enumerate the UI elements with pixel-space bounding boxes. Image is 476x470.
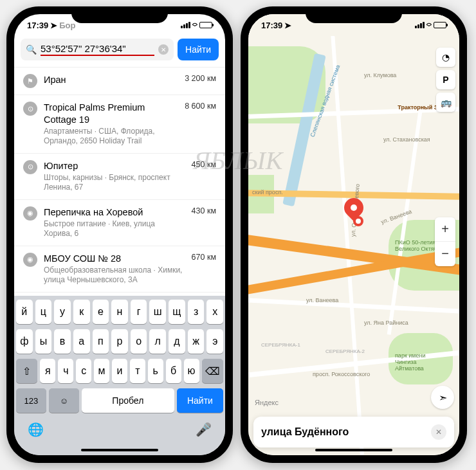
- result-title: Юпитер: [44, 160, 185, 172]
- result-distance: 8 600 км: [185, 102, 216, 111]
- key-letter[interactable]: ф: [16, 329, 33, 354]
- wifi-icon: ⌔: [426, 21, 432, 30]
- key-letter[interactable]: х: [206, 300, 223, 324]
- key-letter[interactable]: о: [131, 329, 147, 354]
- home-indicator[interactable]: [81, 449, 158, 451]
- phone-left: 17:39 ➤ Бор ⌔ 🔍 53°52'57" 27°36'34" ✕ На…: [6, 6, 233, 463]
- keyboard: йцукенгшщзх фывапролджэ ⇧ячсмитьбю⌫ 123 …: [14, 296, 225, 455]
- search-bar: 🔍 53°52'57" 27°36'34" ✕ Найти: [14, 36, 225, 67]
- result-distance: 430 км: [192, 206, 216, 215]
- map-label: СЕРЕБРЯНКА-2: [325, 348, 365, 354]
- signal-icon: [415, 22, 425, 28]
- search-icon: 🔍: [26, 44, 37, 55]
- map-label: СЕРЕБРЯНКА-1: [261, 342, 300, 348]
- result-subtitle: Шторы, карнизы · Брянск, проспект Ленина…: [44, 173, 185, 193]
- key-emoji[interactable]: ☺: [49, 388, 79, 413]
- key-letter[interactable]: б: [166, 359, 181, 383]
- key-space[interactable]: Пробел: [82, 388, 174, 413]
- key-letter[interactable]: э: [206, 329, 223, 354]
- key-letter[interactable]: т: [130, 359, 145, 383]
- map-canvas[interactable]: Тракторный Завод Слепянская водная систе…: [248, 14, 459, 455]
- zoom-out-button[interactable]: −: [435, 242, 455, 266]
- key-letter[interactable]: у: [54, 300, 71, 324]
- notch: [306, 6, 402, 23]
- key-letter[interactable]: п: [93, 329, 109, 354]
- close-icon[interactable]: ✕: [431, 424, 446, 440]
- key-letter[interactable]: ц: [35, 300, 52, 324]
- list-item[interactable]: ⊙ Tropical Palms Premium Cottage 19 Апар…: [14, 95, 225, 154]
- key-shift[interactable]: ⇧: [16, 359, 37, 383]
- key-abc[interactable]: 123: [16, 388, 46, 413]
- key-letter[interactable]: д: [169, 329, 185, 354]
- key-action[interactable]: Найти: [177, 388, 223, 413]
- list-item[interactable]: ⚑ Иран 3 200 км: [14, 68, 225, 95]
- key-letter[interactable]: л: [149, 329, 166, 354]
- user-location-icon: [353, 216, 363, 226]
- status-time: 17:39: [27, 21, 48, 30]
- key-letter[interactable]: в: [54, 329, 71, 354]
- result-panel-title: улица Будённого: [261, 426, 349, 438]
- find-button[interactable]: Найти: [178, 39, 219, 60]
- map-label: ский просп.: [252, 189, 283, 195]
- key-letter[interactable]: н: [111, 300, 128, 324]
- screen-map: Тракторный Завод Слепянская водная систе…: [248, 14, 459, 455]
- result-distance: 3 200 км: [185, 74, 216, 83]
- key-letter[interactable]: ш: [149, 300, 166, 324]
- flag-icon: ⚑: [23, 74, 37, 88]
- result-title: Tropical Palms Premium Cottage 19: [44, 102, 178, 126]
- result-title: Иран: [44, 74, 178, 86]
- key-letter[interactable]: ч: [58, 359, 73, 383]
- locate-button[interactable]: ➣: [431, 386, 454, 409]
- notch: [71, 6, 168, 23]
- map-label: ул. Стахановская: [383, 136, 430, 143]
- key-letter[interactable]: р: [111, 329, 128, 354]
- search-field[interactable]: 🔍 53°52'57" 27°36'34" ✕: [21, 39, 174, 60]
- key-letter[interactable]: ж: [188, 329, 205, 354]
- list-item[interactable]: ⊙ Юпитер Шторы, карнизы · Брянск, проспе…: [14, 154, 225, 200]
- list-item[interactable]: ◉ МБОУ СОШ № 28 Общеобразовательная школ…: [14, 246, 225, 293]
- search-input-text[interactable]: 53°52'57" 27°36'34": [41, 43, 154, 56]
- key-letter[interactable]: я: [40, 359, 55, 383]
- screen-search: 17:39 ➤ Бор ⌔ 🔍 53°52'57" 27°36'34" ✕ На…: [14, 14, 225, 455]
- list-item[interactable]: ◉ Перепичка на Хоревой Быстрое питание ·…: [14, 200, 225, 246]
- wifi-icon: ⌔: [192, 21, 197, 30]
- map-label: просп. Рокоссовского: [313, 371, 370, 377]
- key-letter[interactable]: г: [131, 300, 147, 324]
- result-subtitle: Апартаменты · США, Флорида, Орландо, 265…: [44, 127, 178, 147]
- result-title: МБОУ СОШ № 28: [44, 253, 185, 265]
- place-icon: ⊙: [23, 160, 37, 174]
- result-distance: 670 км: [192, 253, 216, 262]
- key-letter[interactable]: е: [93, 300, 109, 324]
- key-letter[interactable]: и: [112, 359, 127, 383]
- home-indicator[interactable]: [315, 449, 392, 451]
- location-arrow-icon: ➤: [284, 21, 291, 30]
- key-letter[interactable]: к: [73, 300, 90, 324]
- key-letter[interactable]: з: [188, 300, 205, 324]
- map-attribution: Яндекс: [255, 399, 279, 406]
- key-backspace[interactable]: ⌫: [202, 359, 223, 383]
- key-letter[interactable]: й: [16, 300, 33, 324]
- key-letter[interactable]: ю: [184, 359, 199, 383]
- map-label: парк имени Чингиза Айтматова: [395, 352, 446, 372]
- key-letter[interactable]: ь: [148, 359, 163, 383]
- key-letter[interactable]: а: [73, 329, 90, 354]
- globe-icon[interactable]: 🌐: [28, 422, 44, 437]
- traffic-button[interactable]: ◔: [436, 48, 455, 67]
- mic-icon[interactable]: 🎤: [196, 422, 212, 437]
- key-letter[interactable]: м: [94, 359, 109, 383]
- clear-icon[interactable]: ✕: [158, 44, 169, 55]
- result-panel[interactable]: улица Будённого ✕: [253, 417, 454, 447]
- key-letter[interactable]: с: [76, 359, 91, 383]
- result-subtitle: Быстрое питание · Киев, улица Хорива, 6: [44, 219, 185, 239]
- key-letter[interactable]: щ: [169, 300, 185, 324]
- zoom-in-button[interactable]: +: [435, 217, 455, 242]
- transit-button[interactable]: 🚌: [436, 93, 455, 112]
- key-letter[interactable]: ы: [35, 329, 52, 354]
- phone-right: Тракторный Завод Слепянская водная систе…: [241, 6, 467, 463]
- header-behind-text: Бор: [59, 21, 75, 30]
- school-icon: ◉: [23, 253, 37, 267]
- result-subtitle: Общеобразовательная школа · Химки, улица…: [44, 266, 185, 285]
- zoom-controls: + −: [435, 217, 455, 266]
- map-label: ул. Ванеева: [306, 297, 338, 303]
- parking-button[interactable]: P: [436, 70, 455, 89]
